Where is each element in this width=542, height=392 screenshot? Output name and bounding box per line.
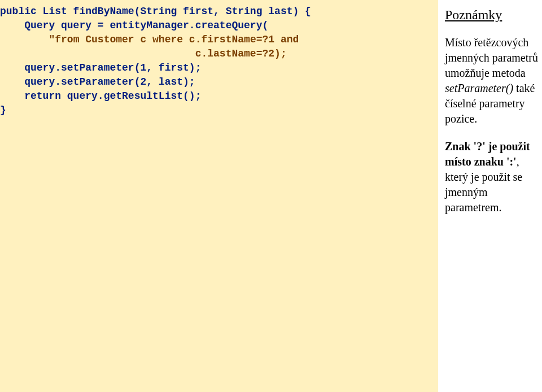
notes-p2-strong-c: ':' (506, 155, 517, 168)
code-line-2a: Query query = entityManager.createQuery( (0, 20, 268, 31)
notes-p2-strong-a: Znak (445, 140, 474, 153)
notes-paragraph-2: Znak '?' je použit místo znaku ':', kter… (445, 139, 539, 215)
code-line-8: } (0, 104, 6, 116)
notes-p1-em: setParameter() (445, 82, 513, 94)
notes-column: Poznámky Místo řetězcových jmenných para… (438, 0, 542, 392)
code-line-4: c.lastName=?2); (0, 48, 287, 59)
notes-p2-strong-q: '?' (474, 140, 486, 153)
code-block: public List findByName(String first, Str… (0, 0, 438, 392)
code-line-3-string: "from Customer c where c.firstName=?1 an… (49, 34, 299, 45)
notes-paragraph-1: Místo řetězcových jmenných parametrů umo… (445, 35, 539, 127)
code-line-3-indent (0, 34, 49, 45)
code-line-1: public List findByName(String first, Str… (0, 6, 311, 17)
notes-p1-text-a: Místo řetězcových jmenných parametrů umo… (445, 36, 538, 79)
code-line-6: query.setParameter(2, last); (0, 76, 195, 88)
page-root: public List findByName(String first, Str… (0, 0, 542, 392)
notes-title: Poznámky (445, 6, 539, 24)
code-line-7: return query.getResultList(); (0, 90, 201, 102)
code-line-5: query.setParameter(1, first); (0, 62, 201, 73)
